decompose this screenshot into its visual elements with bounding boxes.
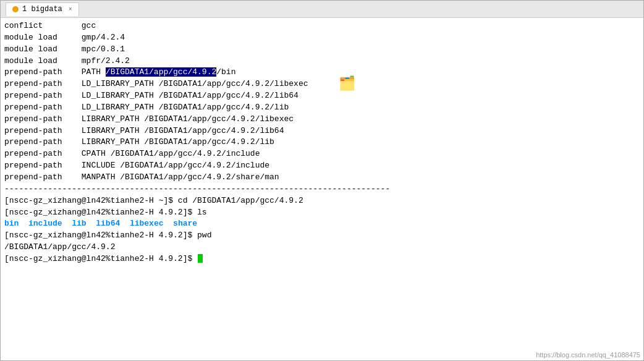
terminal-line: prepend-path INCLUDE /BIGDATA1/app/gcc/4… — [4, 160, 640, 172]
terminal-line: prepend-path LD_LIBRARY_PATH /BIGDATA1/a… — [4, 102, 640, 114]
ls-lib: lib — [72, 219, 86, 228]
tab-close-button[interactable]: × — [69, 6, 72, 13]
terminal-line-ls: bin include lib lib64 libexec share — [4, 218, 640, 230]
terminal-line: module load mpc/0.8.1 — [4, 44, 640, 56]
ls-lib64: lib64 — [96, 219, 120, 228]
ls-include: include — [28, 219, 62, 228]
terminal-line-output: /BIGDATA1/app/gcc/4.9.2 — [4, 242, 640, 253]
terminal-line-path: prepend-path PATH /BIGDATA1/app/gcc/4.9.… — [4, 67, 640, 79]
terminal-content: conflict gcc module load gmp/4.2.4 modul… — [1, 18, 643, 360]
terminal-line: module load mpfr/2.4.2 — [4, 56, 640, 67]
terminal-line: prepend-path MANPATH /BIGDATA1/app/gcc/4… — [4, 172, 640, 184]
terminal-line-cmd: [nscc-gz_xizhang@ln42%tianhe2-H 4.9.2]$ … — [4, 230, 640, 242]
terminal-line: prepend-path LIBRARY_PATH /BIGDATA1/app/… — [4, 125, 640, 137]
ls-share: share — [173, 219, 197, 228]
watermark: https://blog.csdn.net/qq_41088475 — [536, 351, 640, 359]
terminal-line: prepend-path LIBRARY_PATH /BIGDATA1/app/… — [4, 114, 640, 125]
folder-icon: 🗂️ — [339, 78, 355, 91]
terminal-line-cmd: [nscc-gz_xizhang@ln42%tianhe2-H 4.9.2]$ … — [4, 207, 640, 219]
terminal-line: prepend-path LIBRARY_PATH /BIGDATA1/app/… — [4, 137, 640, 148]
terminal-line: conflict gcc — [4, 20, 640, 32]
ls-bin: bin — [4, 219, 19, 228]
terminal-line: prepend-path LD_LIBRARY_PATH /BIGDATA1/a… — [4, 90, 640, 102]
terminal-tab[interactable]: 1 bigdata × — [6, 2, 79, 16]
terminal-line: module load gmp/4.2.4 — [4, 32, 640, 44]
ls-libexec: libexec — [130, 219, 164, 228]
terminal-prompt: [nscc-gz_xizhang@ln42%tianhe2-H 4.9.2]$ — [4, 253, 640, 265]
tab-status-dot — [12, 6, 19, 12]
path-highlight: /BIGDATA1/app/gcc/4.9.2 — [106, 67, 216, 77]
terminal-line: prepend-path LD_LIBRARY_PATH /BIGDATA1/a… — [4, 79, 640, 90]
tab-label: 1 bigdata — [22, 5, 62, 14]
titlebar: 1 bigdata × — [1, 1, 643, 18]
terminal-line: prepend-path CPATH /BIGDATA1/app/gcc/4.9… — [4, 148, 640, 160]
terminal-line-divider: ----------------------------------------… — [4, 184, 640, 195]
terminal-line-cmd: [nscc-gz_xizhang@ln42%tianhe2-H ~]$ cd /… — [4, 195, 640, 207]
cursor — [198, 254, 203, 263]
